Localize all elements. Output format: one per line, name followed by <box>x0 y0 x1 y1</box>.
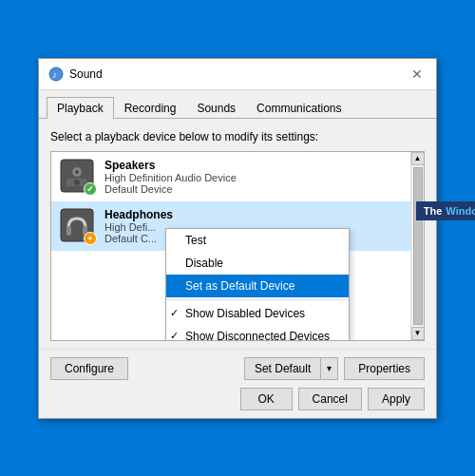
title-bar-left: ♪ Sound <box>48 67 103 82</box>
svg-point-4 <box>75 170 79 174</box>
tab-playback[interactable]: Playback <box>47 97 114 119</box>
set-default-split: Set Default ▾ <box>244 357 338 380</box>
set-default-arrow[interactable]: ▾ <box>320 358 337 379</box>
bottom-row2: OK Cancel Apply <box>50 388 425 410</box>
tab-sounds[interactable]: Sounds <box>186 97 246 119</box>
svg-point-6 <box>74 180 80 185</box>
speakers-line2: Default Device <box>104 183 416 195</box>
headphones-badge: ● <box>84 232 97 245</box>
ctx-set-default[interactable]: Set as Default Device <box>166 275 349 297</box>
tabs-bar: Playback Recording Sounds Communications <box>39 90 436 119</box>
ctx-show-disconnected[interactable]: ✓ Show Disconnected Devices <box>166 325 349 341</box>
speakers-info: Speakers High Definition Audio Device De… <box>104 159 416 195</box>
bottom-row1: Configure Set Default ▾ Properties <box>50 357 425 380</box>
sound-dialog: ♪ Sound ✕ Playback Recording Sounds Comm… <box>38 58 437 419</box>
close-button[interactable]: ✕ <box>408 67 427 81</box>
device-list: ✓ Speakers High Definition Audio Device … <box>50 151 425 341</box>
right-buttons: Set Default ▾ Properties <box>244 357 425 380</box>
content-area: Select a playback device below to modify… <box>39 119 436 349</box>
ctx-disable[interactable]: Disable <box>166 252 349 275</box>
ctx-check-2: ✓ <box>170 330 179 341</box>
watermark-windows: Windows <box>446 205 475 217</box>
headphones-icon-wrap: ● <box>59 207 97 245</box>
tab-recording[interactable]: Recording <box>114 97 187 119</box>
scroll-down-arrow[interactable]: ▼ <box>411 327 425 340</box>
device-item-speakers[interactable]: ✓ Speakers High Definition Audio Device … <box>51 152 424 201</box>
speakers-name: Speakers <box>104 159 416 172</box>
scrollbar[interactable]: ▲ ▼ <box>410 152 424 340</box>
headphones-name: Headphones <box>104 208 416 221</box>
speakers-badge: ✓ <box>84 182 97 196</box>
ctx-show-disabled[interactable]: ✓ Show Disabled Devices <box>166 302 349 325</box>
ctx-check-1: ✓ <box>170 307 179 319</box>
svg-text:♪: ♪ <box>52 69 57 80</box>
ctx-test[interactable]: Test <box>166 229 349 252</box>
sound-title-icon: ♪ <box>48 67 64 82</box>
cancel-button[interactable]: Cancel <box>298 388 362 410</box>
context-menu: Test Disable Set as Default Device ✓ Sho… <box>165 228 350 341</box>
window-title: Sound <box>69 67 103 81</box>
properties-button[interactable]: Properties <box>344 357 425 380</box>
watermark-the: The <box>424 205 443 217</box>
ok-button[interactable]: OK <box>240 388 293 410</box>
apply-button[interactable]: Apply <box>368 388 425 410</box>
bottom-area: Configure Set Default ▾ Properties OK Ca… <box>39 349 436 418</box>
speakers-line1: High Definition Audio Device <box>104 172 416 183</box>
set-default-button[interactable]: Set Default <box>245 358 320 379</box>
title-bar: ♪ Sound ✕ <box>39 59 436 90</box>
tab-communications[interactable]: Communications <box>246 97 352 119</box>
scroll-thumb[interactable] <box>413 167 423 325</box>
configure-button[interactable]: Configure <box>50 357 128 380</box>
description-text: Select a playback device below to modify… <box>50 130 425 143</box>
scroll-up-arrow[interactable]: ▲ <box>411 152 425 165</box>
watermark: The Windows Club <box>416 201 475 220</box>
ctx-separator-1 <box>166 299 349 300</box>
speakers-icon-wrap: ✓ <box>59 158 97 196</box>
svg-rect-8 <box>66 226 71 236</box>
